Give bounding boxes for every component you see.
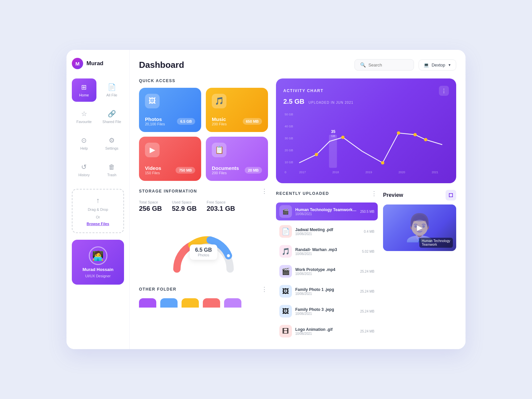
recently-uploaded-menu[interactable]: ⋮ — [371, 190, 378, 197]
recent-item-1[interactable]: 🎬 Human Technology Teamwork .mkv 10/06/2… — [276, 202, 378, 220]
svg-text:30 GB: 30 GB — [285, 137, 293, 140]
recent-date-1: 10/06/2021 — [295, 212, 357, 216]
recent-item-7[interactable]: 🎞 Logo Animation .gif 10/06/2021 25.24 M… — [276, 322, 378, 340]
header-right: 🔍 💻 Dextop ▼ — [354, 59, 456, 70]
qa-card-videos[interactable]: ▶ Videos 150 Files 750 MB — [139, 137, 201, 181]
chart-upload-label: UPLOADED IN JUN 2021 — [309, 101, 353, 104]
sidebar-item-settings[interactable]: ⚙ Settings — [100, 132, 124, 155]
sidebar-logo: M Murad — [72, 58, 124, 69]
svg-text:2019: 2019 — [365, 171, 372, 174]
svg-point-0 — [226, 254, 230, 258]
gauge-type: Photos — [195, 253, 212, 257]
sidebar-item-trash[interactable]: 🗑 Trash — [100, 158, 124, 182]
qa-card-documents-footer: Documents 200 Files 20 MB — [212, 165, 262, 175]
used-space-stat: Used Space 52.9 GB — [172, 200, 197, 212]
sidebar-item-help[interactable]: ⊙ Help — [72, 132, 96, 155]
free-space-label: Free Space — [206, 200, 235, 204]
chart-title: ACTIVITY CHART — [283, 88, 324, 93]
upload-zone[interactable]: ↑ Drag & Drop Or Browse Files — [72, 189, 124, 233]
recent-info-6: Family Photo 3 .jepg 10/06/2021 — [295, 307, 357, 316]
preview-header: Preview — [383, 190, 456, 200]
device-icon: 💻 — [424, 63, 429, 67]
storage-menu-button[interactable]: ⋮ — [261, 188, 268, 195]
app-container: M Murad ⊞ Home 📄 All File ☆ Favourite 🔗 — [66, 50, 466, 349]
qa-card-music[interactable]: 🎵 Music 200 Files 650 MB — [206, 88, 268, 132]
music-count: 200 Files — [212, 122, 227, 126]
other-folder-menu-button[interactable]: ⋮ — [261, 286, 268, 293]
sidebar-item-history[interactable]: ↺ History — [72, 158, 96, 182]
documents-icon: 📋 — [212, 143, 226, 157]
free-space-value: 203.1 GB — [206, 205, 235, 212]
recent-item-2[interactable]: 📄 Jadwal Meeting .pdf 10/06/2021 0.4 MB — [276, 222, 378, 240]
storage-stats: Total Space 256 GB Used Space 52.9 GB Fr… — [139, 200, 268, 212]
upload-icon: ↑ — [96, 196, 100, 205]
search-box[interactable]: 🔍 — [354, 59, 414, 70]
history-icon: ↺ — [81, 163, 87, 171]
recent-info-5: Family Photo 1 .jepg 10/06/2021 — [295, 287, 357, 296]
svg-point-17 — [381, 161, 384, 165]
logo-name: Murad — [86, 60, 103, 67]
sidebar-item-favourite[interactable]: ☆ Favourite — [72, 105, 96, 128]
svg-text:2017: 2017 — [299, 171, 306, 174]
recent-thumb-2: 📄 — [279, 225, 292, 238]
chart-menu-button[interactable]: ⋮ — [439, 86, 449, 96]
user-card: 🧑‍💻 Murad Hossain UI/UX Designer — [72, 240, 124, 285]
activity-chart-card: ACTIVITY CHART ⋮ 2.5 GB UPLOADED IN JUN … — [276, 78, 456, 183]
recent-item-4[interactable]: 🎬 Work Prototype .mp4 10/06/2021 25.24 M… — [276, 262, 378, 280]
help-icon: ⊙ — [81, 136, 87, 144]
total-space-value: 256 GB — [139, 205, 162, 212]
folder-bar-2 — [160, 298, 178, 308]
svg-point-19 — [413, 133, 417, 136]
svg-point-20 — [424, 138, 427, 141]
qa-card-photos[interactable]: 🖼 Photos 20,100 Files 6.5 GB — [139, 88, 201, 132]
svg-point-15 — [315, 153, 318, 156]
folder-bar-1 — [139, 298, 156, 308]
preview-expand-button[interactable] — [446, 190, 456, 200]
recent-item-5[interactable]: 🖼 Family Photo 1 .jepg 10/06/2021 25.24 … — [276, 282, 378, 300]
storage-section: STORAGE INFORMATION ⋮ Total Space 256 GB… — [139, 188, 268, 279]
recent-info-2: Jadwal Meeting .pdf 10/06/2021 — [295, 227, 360, 236]
qa-card-music-footer: Music 200 Files 650 MB — [212, 116, 262, 126]
recent-size-3: 5.02 MB — [362, 250, 374, 253]
search-input[interactable] — [368, 63, 408, 67]
svg-text:20 GB: 20 GB — [285, 149, 293, 152]
folder-bars — [139, 298, 268, 308]
svg-text:2018: 2018 — [332, 171, 339, 174]
device-button[interactable]: 💻 Dextop ▼ — [419, 60, 456, 70]
preview-video: 👨‍💼 ▶ Human TechnologyTeamwork — [383, 204, 456, 251]
recent-info-4: Work Prototype .mp4 10/06/2021 — [295, 267, 357, 276]
svg-text:50 GB: 50 GB — [285, 113, 293, 116]
svg-text:40 GB: 40 GB — [285, 125, 293, 128]
sidebar-item-shared-file[interactable]: 🔗 Shared File — [100, 105, 124, 128]
user-full-name: Murad Hossain — [82, 267, 113, 272]
recent-size-2: 0.4 MB — [364, 230, 374, 233]
folder-bar-3 — [182, 298, 199, 308]
sidebar-item-trash-label: Trash — [107, 173, 116, 177]
recent-name-3: Randall- Warhan .mp3 — [295, 247, 359, 252]
sidebar-item-all-file[interactable]: 📄 All File — [100, 78, 124, 102]
storage-section-header: STORAGE INFORMATION ⋮ — [139, 188, 268, 195]
recent-thumb-7: 🎞 — [279, 325, 292, 337]
recent-item-6[interactable]: 🖼 Family Photo 3 .jepg 10/06/2021 25.24 … — [276, 302, 378, 320]
quick-access-section: QUICK ACCESS 🖼 Photos 20,100 Files 6.5 G… — [139, 78, 268, 181]
recent-name-2: Jadwal Meeting .pdf — [295, 227, 360, 232]
recent-item-3[interactable]: 🎵 Randall- Warhan .mp3 10/06/2021 5.02 M… — [276, 242, 378, 260]
recent-info-3: Randall- Warhan .mp3 10/06/2021 — [295, 247, 359, 256]
photos-icon: 🖼 — [145, 94, 160, 108]
logo-initial: M — [72, 58, 83, 69]
preview-play-button[interactable]: ▶ — [412, 220, 428, 236]
svg-text:GB: GB — [331, 134, 335, 138]
qa-card-documents[interactable]: 📋 Documents 200 Files 20 MB — [206, 137, 268, 181]
nav-grid: ⊞ Home 📄 All File ☆ Favourite 🔗 Shared F… — [72, 78, 124, 182]
upload-text: Drag & Drop — [88, 207, 108, 212]
photos-count: 20,100 Files — [145, 122, 165, 126]
shared-icon: 🔗 — [108, 110, 116, 118]
gauge-value: 6.5 GB — [195, 247, 212, 253]
svg-text:0: 0 — [285, 171, 286, 174]
videos-size: 750 MB — [176, 167, 195, 174]
browse-files-link[interactable]: Browse Files — [87, 222, 109, 226]
activity-chart-svg: 50 GB 40 GB 30 GB 20 GB 10 GB 0 2017 201… — [283, 108, 449, 175]
storage-title: STORAGE INFORMATION — [139, 189, 197, 194]
other-folder-section: OTHER FOLDER ⋮ — [139, 286, 268, 308]
sidebar-item-home[interactable]: ⊞ Home — [72, 78, 96, 102]
